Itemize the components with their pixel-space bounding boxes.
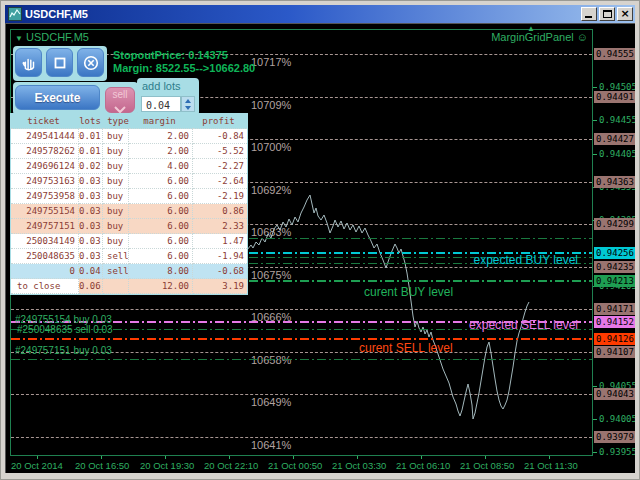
stop-button[interactable]: [46, 48, 73, 77]
type-cell: buy: [103, 144, 129, 159]
close-icon: ×: [618, 8, 632, 20]
order-label: #249757151 buy 0.03: [15, 345, 112, 356]
app-window: USDCHF,M5 × 10717%10709%10700%10692%1068…: [0, 0, 640, 480]
ticket-cell: 249753958: [11, 189, 79, 204]
type-cell: buy: [103, 129, 129, 144]
time-tick-mark: [357, 456, 358, 459]
type-cell: buy: [103, 219, 129, 234]
current-sell-level-line[interactable]: [11, 338, 592, 340]
order-open-price-line[interactable]: [11, 359, 592, 360]
type-cell: buy: [103, 234, 129, 249]
execute-button[interactable]: Execute: [15, 85, 100, 110]
time-tick-mark: [229, 456, 230, 459]
ticket-cell: 249578262: [11, 144, 79, 159]
margin-cell: 6.00: [129, 234, 193, 249]
ticket-cell: 249696124: [11, 159, 79, 174]
ticket-cell: 250048635: [11, 249, 79, 264]
panel-title: MarginGridPanel ☺: [491, 31, 588, 43]
ticket-cell: 0: [11, 264, 79, 279]
table-row[interactable]: 2497551540.03buy6.000.86: [11, 204, 247, 219]
lots-cell: 0.03: [79, 174, 103, 189]
title-bar[interactable]: USDCHF,M5 ×: [5, 5, 635, 23]
table-row[interactable]: 2497539580.03buy6.00-2.19: [11, 189, 247, 204]
profit-cell: -0.84: [193, 129, 247, 144]
time-tick-label: 20 Oct 2014: [11, 460, 63, 471]
table-row[interactable]: 2496961240.02buy4.00-2.27: [11, 159, 247, 174]
price-tick-label: 0.94005: [599, 414, 635, 425]
drag-hand-button[interactable]: [15, 48, 42, 77]
maximize-button[interactable]: [599, 7, 615, 21]
grid-price-badge: 0.94555: [594, 48, 635, 60]
lots-stepper[interactable]: [181, 96, 195, 112]
profit-cell: -2.19: [193, 189, 247, 204]
profit-cell: 3.19: [193, 279, 247, 294]
lots-cell: 0.06: [79, 279, 103, 294]
expected-buy-level-label: expected BUY level: [378, 253, 578, 267]
stop-square-icon: [51, 54, 69, 72]
table-row[interactable]: 2500341490.03buy6.001.47: [11, 234, 247, 249]
lots-cell: 0.01: [79, 129, 103, 144]
price-tick-mark: [593, 419, 597, 420]
chevron-down-icon: ▼: [15, 34, 23, 43]
price-tick-mark: [593, 452, 597, 453]
orders-table-header: ticketlotstypemarginprofit: [11, 114, 247, 129]
profit-cell: -2.27: [193, 159, 247, 174]
profit-cell: 1.47: [193, 234, 247, 249]
grid-price-badge: 0.94171: [594, 303, 635, 315]
expected-sell-level-badge: 0.94152: [594, 316, 635, 328]
minimize-button[interactable]: [581, 7, 597, 21]
grid-price-badge: 0.93979: [594, 431, 635, 443]
table-row[interactable]: 2497531630.03buy6.00-2.64: [11, 174, 247, 189]
step-down-icon[interactable]: [185, 106, 191, 110]
time-tick-label: 20 Oct 16:50: [75, 460, 129, 471]
close-panel-button[interactable]: [77, 48, 104, 77]
time-tick-label: 21 Oct 03:30: [332, 460, 386, 471]
ticket-cell: 249541444: [11, 129, 79, 144]
time-tick-label: 21 Oct 11:30: [524, 460, 578, 471]
time-tick-mark: [37, 456, 38, 459]
price-tick-mark: [593, 154, 597, 155]
sell-button[interactable]: sell: [105, 87, 135, 113]
type-cell: [103, 279, 129, 294]
expected-buy-level-badge: 0.94256: [594, 247, 635, 259]
stopout-info: StopoutPrice: 0.14375 Margin: 8522.55-->…: [113, 49, 255, 75]
lots-cell: 0.03: [79, 249, 103, 264]
column-header-margin: margin: [129, 114, 193, 129]
chart-client-area: 10717%10709%10700%10692%10683%10675%1066…: [5, 23, 635, 473]
margin-cell: 6.00: [129, 204, 193, 219]
close-button[interactable]: ×: [617, 7, 633, 21]
grid-price-badge: 0.94043: [594, 388, 635, 400]
type-cell: buy: [103, 174, 129, 189]
lots-cell: 0.03: [79, 234, 103, 249]
table-row[interactable]: 2495782620.01buy2.00-5.52: [11, 144, 247, 159]
price-tick-mark: [593, 87, 597, 88]
time-tick-label: 21 Oct 06:10: [396, 460, 450, 471]
type-cell: sell: [103, 249, 129, 264]
table-row[interactable]: 2495414440.01buy2.00-0.84: [11, 129, 247, 144]
column-header-profit: profit: [193, 114, 247, 129]
table-row[interactable]: 2500486350.03sell6.00-1.94: [11, 249, 247, 264]
margin-cell: 2.00: [129, 144, 193, 159]
time-tick-mark: [101, 456, 102, 459]
time-tick-label: 20 Oct 19:30: [140, 460, 194, 471]
lots-cell: 0.02: [79, 159, 103, 174]
grid-price-badge: 0.94107: [594, 346, 635, 358]
table-row[interactable]: to close0.0612.003.19: [11, 279, 247, 294]
type-cell: sell: [103, 264, 129, 279]
margin-cell: 6.00: [129, 174, 193, 189]
profit-cell: 0.86: [193, 204, 247, 219]
time-tick-label: 21 Oct 08:50: [460, 460, 514, 471]
table-row[interactable]: 00.04sell8.00-0.68: [11, 264, 247, 279]
margin-cell: 6.00: [129, 249, 193, 264]
lots-input[interactable]: [141, 96, 181, 112]
current-buy-level-label: curent BUY level: [364, 285, 453, 299]
table-row[interactable]: 2497571510.03buy6.002.33: [11, 219, 247, 234]
time-tick-mark: [485, 456, 486, 459]
step-up-icon[interactable]: [185, 99, 191, 103]
margin-cell: 2.00: [129, 129, 193, 144]
profit-cell: -2.64: [193, 174, 247, 189]
sell-button-label: sell: [106, 89, 134, 100]
circled-x-icon: [82, 54, 100, 72]
type-cell: buy: [103, 189, 129, 204]
margin-cell: 6.00: [129, 219, 193, 234]
